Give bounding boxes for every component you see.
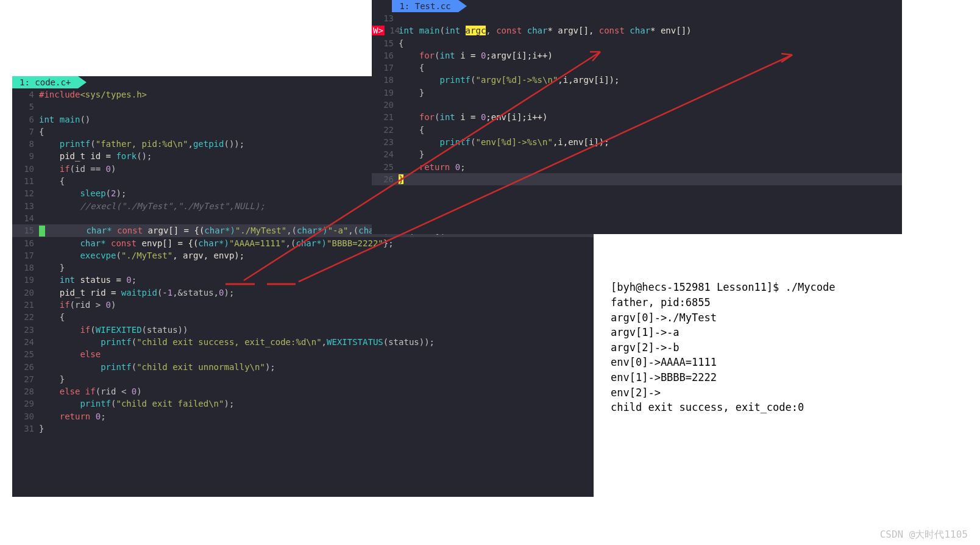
code-area-right[interactable]: 13W> 14int main(int argc, const char* ar…: [372, 12, 902, 185]
code-content: char* const envp[] = {(char*)"AAAA=1111"…: [39, 238, 394, 248]
line-number: 10: [12, 163, 39, 175]
code-content: int status = 0;: [39, 275, 137, 285]
line-number: 30: [12, 410, 39, 422]
code-content: {: [399, 125, 424, 135]
code-content: }: [39, 263, 65, 272]
terminal-output: [byh@hecs-152981 Lesson11]$ ./Mycodefath…: [611, 250, 964, 430]
code-line[interactable]: W> 14int main(int argc, const char* argv…: [372, 24, 902, 37]
code-line[interactable]: 21 for(int i = 0;env[i];i++): [372, 111, 902, 123]
code-line[interactable]: 24 printf("child exit success, exit_code…: [12, 336, 594, 348]
line-number: 22: [12, 311, 39, 323]
line-number: 24: [372, 148, 399, 160]
terminal-line: env[1]->BBBB=2222: [611, 370, 964, 385]
code-content: printf("father, pid:%d\n",getpid());: [39, 139, 244, 149]
editor-right-pane[interactable]: 1: Test.cc 13W> 14int main(int argc, con…: [372, 0, 902, 234]
line-number: 18: [12, 262, 39, 274]
terminal-line: argv[2]->-b: [611, 340, 964, 355]
code-line[interactable]: 26 printf("child exit unnormally\n");: [12, 361, 594, 373]
code-content: printf("child exit failed\n");: [39, 399, 234, 408]
code-content: execvpe("./MyTest", argv, envp);: [39, 251, 244, 260]
code-line[interactable]: 19 }: [372, 87, 902, 99]
terminal-line: env[0]->AAAA=1111: [611, 355, 964, 370]
code-line[interactable]: 15{: [372, 37, 902, 49]
line-number: 15: [372, 37, 399, 49]
line-number: 23: [372, 136, 399, 148]
code-line[interactable]: 16 char* const envp[] = {(char*)"AAAA=11…: [12, 237, 594, 249]
code-line[interactable]: 31}: [12, 422, 594, 435]
code-line[interactable]: 29 printf("child exit failed\n");: [12, 397, 594, 410]
line-number: 9: [12, 150, 39, 162]
line-number: 14: [12, 212, 39, 224]
code-line[interactable]: 22 {: [12, 311, 594, 323]
line-number: 18: [372, 74, 399, 86]
line-number: 20: [372, 99, 399, 111]
line-number: 12: [12, 187, 39, 199]
code-line[interactable]: 20 pid_t rid = waitpid(-1,&status,0);: [12, 287, 594, 299]
code-content: }: [39, 424, 44, 433]
code-line[interactable]: 22 {: [372, 124, 902, 136]
code-line[interactable]: 17 {: [372, 62, 902, 74]
line-number: 31: [12, 422, 39, 435]
line-number: 26: [12, 361, 39, 373]
line-number: 21: [372, 111, 399, 123]
code-line[interactable]: 30 return 0;: [12, 410, 594, 422]
line-number: 19: [12, 274, 39, 286]
code-line[interactable]: 23 if(WIFEXITED(status)): [12, 324, 594, 336]
code-line[interactable]: 27 }: [12, 373, 594, 385]
terminal-line: env[2]->: [611, 385, 964, 401]
line-number: 20: [12, 287, 39, 299]
line-number: 6: [12, 113, 39, 126]
code-content: }: [399, 174, 403, 184]
code-line[interactable]: 18 }: [12, 262, 594, 274]
line-number: 29: [12, 397, 39, 410]
cursor-icon: [39, 226, 45, 237]
line-number: 16: [12, 237, 39, 249]
code-line[interactable]: 25 return 0;: [372, 161, 902, 173]
code-line[interactable]: 17 execvpe("./MyTest", argv, envp);: [12, 249, 594, 262]
code-content: sleep(2);: [39, 188, 126, 198]
line-number: 5: [12, 101, 39, 113]
code-line[interactable]: 24 }: [372, 148, 902, 160]
code-line[interactable]: 19 int status = 0;: [12, 274, 594, 286]
code-content: pid_t id = fork();: [39, 151, 152, 161]
code-content: return 0;: [39, 411, 106, 421]
code-content: {: [39, 127, 44, 137]
code-line[interactable]: 18 printf("argv[%d]->%s\n",i,argv[i]);: [372, 74, 902, 86]
line-number: 15: [12, 224, 39, 237]
tab-left[interactable]: 1: code.c+: [12, 76, 78, 88]
warning-marker: W>: [372, 26, 385, 35]
code-line[interactable]: 28 else if(rid < 0): [12, 385, 594, 397]
code-content: {: [399, 38, 403, 48]
code-line[interactable]: 20: [372, 99, 902, 111]
code-content: else: [39, 349, 101, 359]
code-line[interactable]: 25 else: [12, 348, 594, 360]
code-line[interactable]: 13: [372, 12, 902, 24]
code-content: int main(int argc, const char* argv[], c…: [399, 26, 692, 35]
code-content: else if(rid < 0): [39, 386, 142, 396]
code-content: if(WIFEXITED(status)): [39, 325, 188, 335]
line-number: 13: [12, 200, 39, 212]
code-content: {: [39, 176, 65, 186]
code-content: printf("child exit success, exit_code:%d…: [39, 337, 435, 347]
terminal-line: argv[1]->-a: [611, 325, 964, 340]
code-content: //execl("./MyTest","./MyTest",NULL);: [39, 201, 265, 211]
code-line[interactable]: 26}: [372, 173, 902, 185]
line-number: 27: [12, 373, 39, 385]
watermark-text: CSDN @大时代1105: [880, 529, 968, 541]
line-number: 4: [12, 88, 39, 101]
line-number: W> 14: [372, 24, 399, 37]
code-line[interactable]: 21 if(rid > 0): [12, 299, 594, 311]
code-line[interactable]: 16 for(int i = 0;argv[i];i++): [372, 49, 902, 62]
code-content: for(int i = 0;argv[i];i++): [399, 51, 553, 60]
code-content: {: [399, 63, 424, 73]
terminal-line: father, pid:6855: [611, 295, 964, 310]
terminal-line: [byh@hecs-152981 Lesson11]$ ./Mycode: [611, 280, 964, 295]
line-number: 7: [12, 126, 39, 138]
line-number: 13: [372, 12, 399, 24]
code-line[interactable]: 23 printf("env[%d]->%s\n",i,env[i]);: [372, 136, 902, 148]
line-number: 25: [12, 348, 39, 360]
tab-right[interactable]: 1: Test.cc: [392, 0, 458, 12]
code-content: printf("child exit unnormally\n");: [39, 362, 275, 372]
terminal-line: argv[0]->./MyTest: [611, 310, 964, 326]
code-content: }: [399, 149, 424, 159]
